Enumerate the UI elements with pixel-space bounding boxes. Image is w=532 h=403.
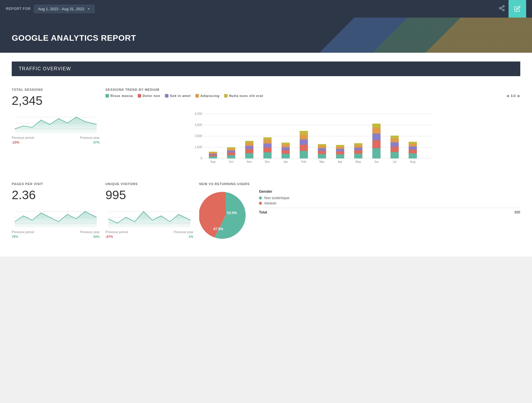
svg-rect-62 [336,149,344,151]
stats-row-1: TOTAL SESSIONS 2,345 [12,83,520,170]
svg-text:Dec: Dec [265,160,270,163]
chart-next-button[interactable]: ▶ [518,94,520,98]
svg-text:Oct: Oct [229,160,233,163]
svg-rect-85 [409,150,417,153]
svg-text:6,000: 6,000 [195,112,202,115]
svg-rect-36 [263,152,272,158]
legend-item-4: Adipiscing [195,94,219,98]
unique-prev-period-pct: -57% [105,235,113,238]
total-sessions-sparkline [12,111,100,135]
svg-point-1 [499,7,501,9]
unique-visitors-card: UNIQUE VISITORS 995 [105,177,193,248]
total-sessions-pct-row: -23% 37% [12,141,100,144]
svg-rect-40 [263,137,272,140]
svg-rect-55 [318,151,326,154]
report-for-label: REPORT FOR [6,7,31,11]
date-range-selector[interactable]: Aug 1, 2022 - Aug 31, 2022 ▼ [34,5,95,13]
prev-period-label-1: Previous period [12,136,34,139]
svg-rect-72 [372,148,381,158]
svg-rect-39 [263,140,272,144]
svg-rect-70 [354,143,362,145]
pie-label-2: Aenean [264,201,276,205]
svg-rect-38 [263,144,272,148]
legend-dot-1 [105,94,109,98]
svg-rect-87 [409,144,417,146]
svg-rect-34 [245,141,253,143]
svg-rect-82 [391,136,399,139]
pie-label-1: Non scelerisque [264,196,289,200]
legend-dot-2 [138,94,141,98]
legend-dot-3 [165,94,168,98]
svg-text:Sep: Sep [210,160,216,163]
svg-rect-57 [318,146,326,148]
report-for-section: REPORT FOR Aug 1, 2022 - Aug 31, 2022 ▼ [6,5,95,13]
svg-rect-86 [409,146,417,150]
edit-button[interactable] [509,0,526,18]
date-range-text: Aug 1, 2022 - Aug 31, 2022 [38,7,84,11]
svg-text:Mar: Mar [319,160,325,163]
svg-rect-63 [336,147,344,149]
svg-line-4 [501,6,503,8]
sessions-trend-card: SESSIONS TREND BY MEDIUM Risus massa Dol… [105,83,520,170]
pages-per-visit-label: PAGES PER VISIT [12,182,100,186]
svg-rect-68 [354,148,362,150]
svg-text:1,500: 1,500 [195,146,202,149]
svg-text:Jun: Jun [374,160,379,163]
svg-rect-54 [318,154,326,158]
share-button[interactable] [496,3,507,15]
svg-text:4,500: 4,500 [195,123,202,127]
new-vs-returning-card: NEW VS RETURNING USERS 52.5% 47.5% [199,177,520,248]
svg-rect-19 [209,155,217,156]
svg-text:3,000: 3,000 [195,134,202,138]
pages-prev-period-label: Previous period [12,230,34,234]
svg-rect-81 [391,139,399,142]
svg-rect-24 [227,155,235,158]
prev-year-label-1: Previous year [80,136,100,139]
total-sessions-label: TOTAL SESSIONS [12,88,100,91]
legend-item-3: Sed in amet [165,94,191,98]
pages-per-visit-value: 2.36 [12,188,100,202]
svg-rect-27 [227,149,235,151]
svg-text:Jul: Jul [393,160,397,163]
page-title: GOOGLE ANALYTICS REPORT [12,33,136,43]
legend-label-2: Dolor non [143,94,160,98]
total-sessions-value: 2,345 [12,94,100,108]
svg-rect-58 [318,144,326,146]
svg-rect-25 [227,153,235,155]
svg-rect-61 [336,151,344,154]
chart-nav: ◀ 1/2 ▶ [506,94,520,98]
svg-rect-42 [282,154,290,158]
svg-rect-66 [354,154,362,158]
svg-text:Aug: Aug [410,160,415,163]
svg-text:0: 0 [200,157,202,160]
svg-rect-20 [209,154,217,155]
pie-dot-2 [259,202,262,205]
unique-period-label-row: Previous period Previous year [105,230,193,234]
svg-line-3 [501,8,503,10]
pie-dot-1 [259,197,262,199]
unique-prev-year-pct: 2% [189,235,193,238]
svg-point-0 [503,5,504,7]
new-vs-returning-title: NEW VS RETURNING USERS [199,182,520,186]
pie-legend-title: Gender [259,189,520,194]
top-bar-actions [496,0,526,18]
chart-prev-button[interactable]: ◀ [506,94,509,98]
svg-rect-75 [372,128,381,134]
bar-chart-svg: 0 1,500 3,000 4,500 6,000 [105,101,520,166]
pages-per-visit-card: PAGES PER VISIT 2.36 [12,177,100,248]
svg-rect-56 [318,148,326,151]
unique-visitors-sparkline [105,206,193,229]
svg-rect-69 [354,145,362,148]
svg-rect-18 [209,156,217,158]
prev-year-pct-1: 37% [93,141,100,144]
svg-text:Nov: Nov [247,160,252,163]
chevron-down-icon: ▼ [87,7,90,11]
section-title: TRAFFIC OVERVIEW [19,66,71,71]
svg-rect-21 [209,153,217,154]
legend-label-4: Adipiscing [200,94,219,98]
svg-rect-43 [282,150,290,154]
title-section: GOOGLE ANALYTICS REPORT [0,18,532,53]
svg-rect-32 [245,146,253,149]
svg-rect-44 [282,147,290,150]
prev-period-pct-1: -23% [12,141,19,144]
